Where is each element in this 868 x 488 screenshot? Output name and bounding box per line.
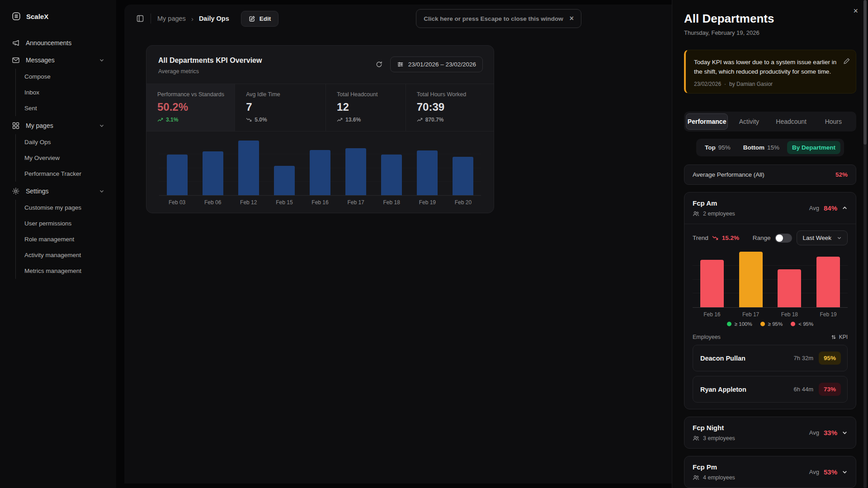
scrollbar-track bbox=[863, 0, 867, 488]
scrollbar-thumb[interactable] bbox=[863, 0, 867, 145]
date-range-value: 23/01/2026 – 23/02/2026 bbox=[408, 61, 476, 68]
kpi-tile-hours-worked[interactable]: Total Hours Worked 70:39 870.7% bbox=[406, 84, 494, 131]
trend-down-icon bbox=[246, 117, 252, 122]
kpi-card-title: All Departments KPI Overview bbox=[158, 56, 262, 65]
kpi-tile-headcount[interactable]: Total Headcount 12 13.6% bbox=[326, 84, 406, 131]
chevron-up-icon[interactable] bbox=[842, 205, 848, 211]
kpi-sort-button[interactable]: KPI bbox=[831, 334, 848, 340]
bar-column bbox=[338, 141, 374, 195]
kpi-delta-value: 13.6% bbox=[345, 117, 361, 123]
date-range-button[interactable]: 23/01/2026 – 23/02/2026 bbox=[390, 56, 483, 72]
sidebar-item-settings[interactable]: Settings bbox=[0, 183, 116, 200]
sidebar-item-my-overview[interactable]: My Overview bbox=[16, 150, 116, 166]
sidebar-item-announcements[interactable]: Announcements bbox=[0, 34, 116, 52]
note-edit-button[interactable] bbox=[843, 57, 850, 65]
kpi-delta: 13.6% bbox=[337, 117, 396, 123]
sidebar-toggle-button[interactable] bbox=[136, 14, 144, 23]
employee-name: Deacon Pullan bbox=[700, 355, 794, 362]
department-name: Fcp Pm bbox=[693, 463, 735, 471]
breadcrumb-current: Daily Ops bbox=[199, 15, 229, 22]
bar-column bbox=[410, 141, 445, 195]
sort-label: KPI bbox=[839, 334, 848, 340]
employee-row[interactable]: Deacon Pullan 7h 32m 95% bbox=[693, 345, 848, 371]
sidebar-item-inbox[interactable]: Inbox bbox=[16, 84, 116, 100]
close-icon[interactable]: × bbox=[570, 14, 574, 23]
kpi-tile-performance[interactable]: Performance vs Standards 50.2% 3.1% bbox=[146, 84, 235, 131]
settings-sublist: Customise my pages User permissions Role… bbox=[15, 200, 116, 279]
tab-performance[interactable]: Performance bbox=[686, 113, 728, 130]
employee-row[interactable]: Ryan Appleton 6h 44m 73% bbox=[693, 376, 848, 403]
chart-x-labels: Feb 03Feb 06Feb 12Feb 15Feb 16Feb 17Feb … bbox=[159, 199, 481, 206]
department-header[interactable]: Fcp Night 3 employees Avg 33% bbox=[684, 417, 856, 448]
kpi-badge: 73% bbox=[819, 383, 841, 396]
department-card-fcp-night: Fcp Night 3 employees Avg 33% bbox=[684, 417, 856, 449]
dept-kpi-bar-feb-16 bbox=[700, 260, 724, 307]
filter-top[interactable]: Top 95% bbox=[700, 141, 736, 154]
bar-column bbox=[374, 141, 410, 195]
sidebar-item-activity-management[interactable]: Activity management bbox=[16, 247, 116, 263]
legend-label: ≥ 100% bbox=[735, 321, 752, 327]
bar-column bbox=[266, 141, 302, 195]
department-details-panel: × All Departments Thursday, February 19,… bbox=[672, 0, 868, 488]
edit-label: Edit bbox=[259, 15, 271, 22]
refresh-button[interactable] bbox=[375, 61, 383, 68]
kpi-label: Avg Idle Time bbox=[246, 91, 316, 98]
x-axis-label: Feb 16 bbox=[302, 199, 338, 206]
kpi-delta: 870.7% bbox=[417, 117, 485, 123]
scalex-logo-icon bbox=[12, 12, 21, 21]
content-panel: My pages › Daily Ops Edit Click here or … bbox=[124, 5, 672, 483]
kpi-bar-feb-16 bbox=[310, 150, 330, 195]
kpi-card-header: All Departments KPI Overview Average met… bbox=[146, 46, 494, 84]
main-area: My pages › Daily Ops Edit Click here or … bbox=[116, 0, 672, 488]
filter-by-department[interactable]: By Department bbox=[787, 141, 840, 154]
x-axis-label: Feb 03 bbox=[159, 199, 195, 206]
sidebar-item-messages[interactable]: Messages bbox=[0, 52, 116, 69]
sidebar-item-compose[interactable]: Compose bbox=[16, 69, 116, 84]
x-axis-label: Feb 06 bbox=[195, 199, 231, 206]
pencil-icon bbox=[843, 57, 850, 65]
sidebar-item-metrics-management[interactable]: Metrics management bbox=[16, 263, 116, 279]
refresh-icon bbox=[375, 61, 383, 68]
department-header[interactable]: Fcp Pm 4 employees Avg 53% bbox=[684, 456, 856, 488]
sidebar-item-role-management[interactable]: Role management bbox=[16, 231, 116, 247]
avg-value: 33% bbox=[824, 429, 837, 436]
breadcrumb-parent[interactable]: My pages bbox=[157, 15, 186, 22]
escape-toast[interactable]: Click here or press Escape to close this… bbox=[416, 9, 581, 28]
x-axis-label: Feb 20 bbox=[445, 199, 481, 206]
sidebar-item-performance-tracker[interactable]: Performance Tracker bbox=[16, 166, 116, 182]
avg-label: Avg bbox=[809, 429, 819, 436]
tab-hours[interactable]: Hours bbox=[812, 113, 854, 130]
sidebar-item-daily-ops[interactable]: Daily Ops bbox=[16, 134, 116, 150]
chevron-down-icon[interactable] bbox=[842, 469, 848, 475]
filter-chips: Top 95% Bottom 15% By Department bbox=[696, 139, 844, 156]
trend-up-icon bbox=[337, 117, 343, 122]
tab-activity[interactable]: Activity bbox=[728, 113, 770, 130]
department-header[interactable]: Fcp Am 2 employees Avg 84% bbox=[684, 192, 856, 224]
kpi-legend: ≥ 100% ≥ 95% < 95% bbox=[693, 321, 848, 327]
panel-close-button[interactable]: × bbox=[853, 6, 858, 16]
department-name: Fcp Night bbox=[693, 424, 735, 432]
note-meta: 23/02/2026 · by Damian Gasior bbox=[694, 81, 838, 87]
sort-arrows-icon bbox=[831, 334, 836, 340]
dept-kpi-bar-feb-18 bbox=[778, 269, 801, 307]
filter-value: 15% bbox=[767, 144, 779, 151]
note-author: by Damian Gasior bbox=[729, 81, 773, 87]
sidebar-item-customise-my-pages[interactable]: Customise my pages bbox=[16, 200, 116, 216]
tab-headcount[interactable]: Headcount bbox=[770, 113, 812, 130]
sidebar-item-my-pages[interactable]: My pages bbox=[0, 117, 116, 134]
legend-label: ≥ 95% bbox=[768, 321, 783, 327]
topbar: My pages › Daily Ops Edit Click here or … bbox=[124, 5, 672, 33]
filter-bottom[interactable]: Bottom 15% bbox=[738, 141, 784, 154]
dept-kpi-bar-feb-19 bbox=[816, 257, 840, 307]
edit-button[interactable]: Edit bbox=[241, 11, 279, 27]
note-separator: · bbox=[724, 81, 726, 87]
kpi-tile-idle-time[interactable]: Avg Idle Time 7 5.0% bbox=[235, 84, 326, 131]
chevron-down-icon[interactable] bbox=[842, 430, 848, 436]
period-select[interactable]: Last Week bbox=[797, 230, 848, 245]
kpi-value: 12 bbox=[337, 101, 396, 113]
messages-sublist: Compose Inbox Sent bbox=[15, 69, 116, 116]
sidebar-item-user-permissions[interactable]: User permissions bbox=[16, 216, 116, 231]
range-toggle[interactable] bbox=[775, 234, 792, 243]
people-icon bbox=[693, 211, 699, 217]
sidebar-item-sent[interactable]: Sent bbox=[16, 100, 116, 116]
